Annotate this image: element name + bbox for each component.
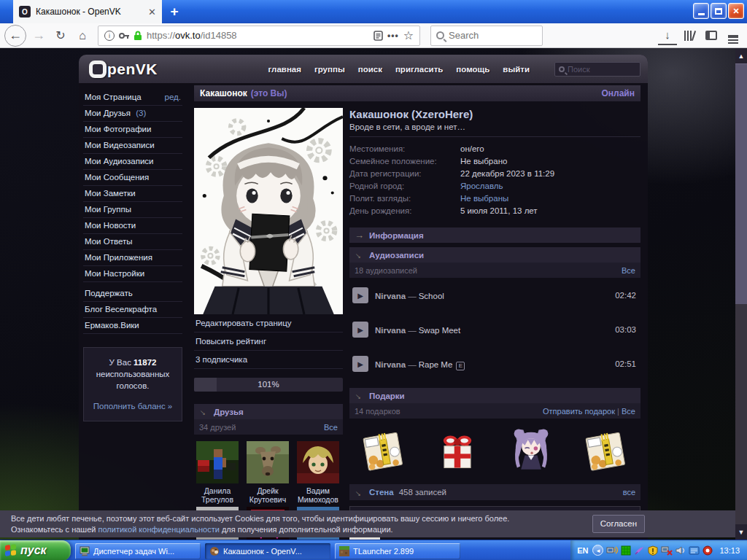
close-button[interactable]: ✕ xyxy=(728,3,744,19)
political-views-link[interactable]: Не выбраны xyxy=(460,192,508,205)
sidebar-item-my-audios[interactable]: Мои Аудиозаписи xyxy=(83,154,182,170)
cookie-accept-button[interactable]: Согласен xyxy=(592,515,645,533)
back-button[interactable]: ← xyxy=(4,25,26,47)
sidebar-item-my-notes[interactable]: Мои Заметки xyxy=(83,186,182,202)
input-panel-icon[interactable] xyxy=(689,545,700,556)
scroll-down-button[interactable]: ▼ xyxy=(735,524,747,540)
reader-mode-icon[interactable] xyxy=(374,31,383,41)
taskbar-task-tlauncher[interactable]: TLauncher 2.899 xyxy=(335,543,460,559)
menu-button[interactable] xyxy=(724,26,743,45)
profile-status[interactable]: Вроде в сети, а вроде и нет… xyxy=(349,122,640,137)
edit-link[interactable]: ред. xyxy=(165,93,181,101)
friend-avatar[interactable] xyxy=(297,441,339,483)
tray-hide-icons-button[interactable]: ◂ xyxy=(592,545,603,556)
sidebar-item-my-photos[interactable]: Мои Фотографии xyxy=(83,122,182,138)
play-icon[interactable]: ▶ xyxy=(352,287,368,303)
play-icon[interactable]: ▶ xyxy=(352,322,368,338)
key-icon[interactable] xyxy=(119,32,129,39)
scroll-up-button[interactable]: ▲ xyxy=(735,48,747,63)
green-status-icon[interactable] xyxy=(621,545,631,556)
minimize-button[interactable] xyxy=(693,3,709,19)
page-actions-icon[interactable]: ••• xyxy=(387,31,399,41)
information-section-header[interactable]: → Информация xyxy=(349,228,640,243)
sidebar-item-my-groups[interactable]: Мои Группы xyxy=(83,202,182,218)
tab-close-icon[interactable]: ✕ xyxy=(148,7,156,18)
raise-rating-link[interactable]: Повысить рейтинг xyxy=(194,332,343,351)
volume-icon[interactable] xyxy=(676,545,686,556)
sidebar-item-my-friends[interactable]: Мои Друзья (3) xyxy=(83,106,182,122)
nav-home[interactable]: главная xyxy=(268,65,301,74)
reload-button[interactable]: ↻ xyxy=(51,26,70,45)
url-text[interactable]: https://ovk.to/id14858 xyxy=(147,30,369,41)
url-bar[interactable]: i https://ovk.to/id14858 ••• ☆ xyxy=(98,26,420,46)
antivirus-icon[interactable] xyxy=(703,545,713,556)
sidebar-item-my-settings[interactable]: Мои Настройки xyxy=(83,266,182,282)
nav-help[interactable]: помощь xyxy=(456,65,489,74)
edit-page-link[interactable]: Редактировать страницу xyxy=(194,314,343,332)
topup-balance-link[interactable]: Пополнить баланс » xyxy=(90,400,176,412)
browser-tab[interactable]: O Какашонок - OpenVK ✕ xyxy=(13,0,162,23)
wall-all-link[interactable]: все xyxy=(623,488,635,497)
ovk-search-input[interactable] xyxy=(568,65,633,74)
maximize-button[interactable] xyxy=(711,3,727,19)
start-button[interactable]: пуск xyxy=(0,540,71,560)
privacy-policy-link[interactable]: политикой конфиденциальности xyxy=(98,525,220,534)
nav-groups[interactable]: группы xyxy=(314,65,345,74)
downloads-button[interactable]: ↓ xyxy=(658,26,677,45)
audio-track-row[interactable]: ▶ Nirvana—School 02:42 xyxy=(349,278,640,312)
taskbar-task-browser[interactable]: Какашонок - OpenV... xyxy=(205,543,330,559)
nav-search[interactable]: поиск xyxy=(358,65,382,74)
friends-header[interactable]: → Друзья xyxy=(194,404,343,419)
bookmark-star-icon[interactable]: ☆ xyxy=(403,28,414,42)
gifts-all-link[interactable]: Все xyxy=(622,407,635,416)
audio-track-row[interactable]: ▶ Nirvana—Rape MeE 02:51 xyxy=(349,346,640,381)
pen-utility-icon[interactable] xyxy=(634,545,645,556)
ovk-search-box[interactable] xyxy=(554,62,640,77)
browser-search[interactable] xyxy=(430,26,543,46)
play-icon[interactable]: ▶ xyxy=(352,356,368,372)
page-scrollbar[interactable]: ▲ ▼ xyxy=(735,48,747,540)
gifts-section-header[interactable]: → Подарки xyxy=(349,388,640,403)
lock-icon[interactable] xyxy=(133,31,142,41)
nav-logout[interactable]: выйти xyxy=(503,65,530,74)
home-button[interactable]: ⌂ xyxy=(73,26,92,45)
forward-button[interactable]: → xyxy=(29,26,48,45)
sidebar-item-my-apps[interactable]: Мои Приложения xyxy=(83,250,182,266)
security-warning-icon[interactable] xyxy=(648,545,658,556)
sidebar-item-my-replies[interactable]: Мои Ответы xyxy=(83,234,182,250)
sidebar-item-donate[interactable]: Поддержать xyxy=(83,286,182,302)
friend-avatar[interactable] xyxy=(196,441,239,483)
taskbar-task-taskmanager[interactable]: Диспетчер задач Wi... xyxy=(75,543,201,559)
gift-anime-girl[interactable] xyxy=(506,424,556,474)
profile-photo[interactable] xyxy=(194,108,343,314)
new-tab-button[interactable]: + xyxy=(162,0,187,23)
browser-search-input[interactable] xyxy=(449,30,522,41)
audio-track-row[interactable]: ▶ Nirvana—Swap Meet 03:03 xyxy=(349,312,640,346)
sidebar-item-wiki[interactable]: Ермаков.Вики xyxy=(83,318,182,334)
ovk-logo[interactable]: penVK xyxy=(89,61,158,78)
friend-avatar[interactable] xyxy=(247,441,289,483)
sidebar-toggle-button[interactable] xyxy=(702,26,721,45)
gift-nuggets-box[interactable] xyxy=(358,424,408,474)
friends-all-link[interactable]: Все xyxy=(324,423,338,432)
gift-nuggets-box[interactable] xyxy=(581,424,630,474)
hometown-link[interactable]: Ярославль xyxy=(460,180,503,192)
scrollbar-thumb[interactable] xyxy=(735,63,747,304)
sidebar-item-my-videos[interactable]: Мои Видеозаписи xyxy=(83,138,182,154)
network-activity-icon[interactable] xyxy=(606,545,618,556)
site-info-icon[interactable]: i xyxy=(104,31,115,41)
audios-all-link[interactable]: Все xyxy=(622,266,635,275)
send-gift-link[interactable]: Отправить подарок xyxy=(543,407,615,416)
sidebar-item-my-messages[interactable]: Мои Сообщения xyxy=(83,170,182,186)
friend-card[interactable]: Вадим Мимоходов xyxy=(295,441,341,504)
sidebar-item-my-news[interactable]: Мои Новости xyxy=(83,218,182,234)
friend-card[interactable]: Дрейк Крутоевич xyxy=(244,441,291,504)
subscribers-link[interactable]: 3 подписчика xyxy=(194,351,343,369)
gift-red-gift-box[interactable] xyxy=(433,424,482,474)
language-indicator[interactable]: EN xyxy=(577,546,588,555)
nav-invite[interactable]: пригласить xyxy=(395,65,443,74)
wall-link[interactable]: Стена xyxy=(369,488,394,497)
sidebar-item-blog[interactable]: Блог Веселкрафта xyxy=(83,302,182,318)
library-button[interactable] xyxy=(680,26,699,45)
audios-section-header[interactable]: → Аудиозаписи xyxy=(349,247,640,262)
